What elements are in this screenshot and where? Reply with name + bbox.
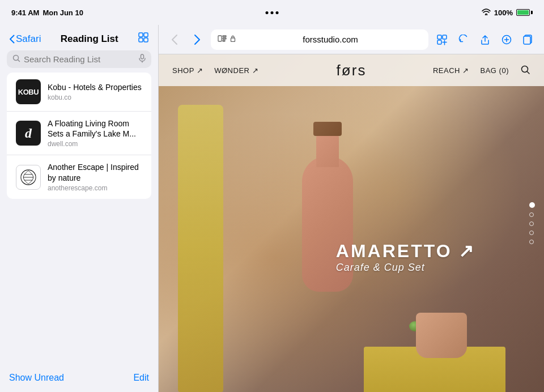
battery-percent: 100% [494, 8, 513, 17]
share-button[interactable] [476, 31, 494, 49]
back-button[interactable] [165, 31, 184, 49]
svg-rect-5 [141, 54, 144, 59]
svg-rect-11 [231, 38, 235, 42]
status-bar-left: 9:41 AM Mon Jun 10 [11, 8, 83, 17]
lock-icon [230, 35, 236, 44]
status-dot-3 [276, 11, 279, 14]
svg-rect-12 [437, 35, 441, 39]
website-nav: SHOP ↗ WØNDER ↗ førs REACH ↗ BAG (0) [159, 54, 544, 86]
bottle-decoration [178, 105, 223, 392]
wifi-icon [482, 8, 491, 17]
battery-icon [516, 9, 533, 16]
pagination-dot-2[interactable] [529, 212, 534, 217]
dwell-icon: d [16, 121, 41, 146]
sidebar-footer: Show Unread Edit [0, 368, 158, 392]
search-bar[interactable] [7, 50, 151, 68]
nav-shop[interactable]: SHOP ↗ [172, 66, 203, 75]
refresh-button[interactable] [454, 31, 473, 49]
svg-rect-3 [144, 38, 148, 42]
reading-item-dwell[interactable]: d A Floating Living Room Sets a Family's… [7, 112, 151, 155]
website-logo: førs [337, 62, 367, 79]
svg-rect-9 [223, 38, 226, 39]
nav-bag[interactable]: BAG (0) [481, 66, 509, 75]
pagination-dot-5[interactable] [529, 240, 534, 244]
sidebar-header: Safari Reading List [0, 25, 158, 50]
dwell-title: A Floating Living Room Sets a Family's L… [48, 118, 142, 139]
safari-back-button[interactable]: Safari [9, 33, 41, 45]
browser-area: forsstudio.com [159, 25, 544, 392]
edit-button[interactable]: Edit [133, 373, 149, 383]
status-dot-2 [271, 11, 274, 14]
date: Mon Jun 10 [42, 8, 83, 17]
website-nav-right: REACH ↗ BAG (0) [433, 65, 530, 76]
svg-rect-14 [437, 40, 441, 44]
ipad-frame: 9:41 AM Mon Jun 10 100% [0, 0, 544, 392]
status-bar-center [266, 11, 279, 14]
kobu-text: Kobu - Hotels & Properties kobu.co [48, 82, 142, 101]
svg-rect-10 [223, 40, 225, 41]
svg-rect-1 [144, 33, 148, 37]
kobu-title: Kobu - Hotels & Properties [48, 82, 142, 92]
nav-wonder[interactable]: WØNDER ↗ [214, 66, 258, 75]
time: 9:41 AM [11, 8, 39, 17]
hero-image [159, 54, 544, 392]
sidebar: Safari Reading List [0, 25, 159, 392]
search-icon [12, 54, 20, 64]
svg-point-18 [522, 66, 528, 72]
hero-text: AMARETTO ↗ Carafe & Cup Set [336, 240, 476, 274]
grid-view-icon[interactable] [138, 32, 149, 46]
kobu-url: kobu.co [48, 93, 142, 101]
hero-title[interactable]: AMARETTO ↗ [336, 240, 476, 262]
status-dot-1 [266, 11, 269, 14]
forward-button[interactable] [188, 31, 206, 49]
add-tab-button[interactable] [498, 31, 516, 49]
browser-toolbar: forsstudio.com [159, 25, 544, 54]
main-content: Safari Reading List [0, 25, 544, 392]
reading-item-escape[interactable]: Another Escape | Inspired by nature anot… [7, 155, 151, 198]
cup-decoration [416, 313, 467, 358]
reading-list: KOBU Kobu - Hotels & Properties kobu.co … [7, 73, 151, 199]
back-label: Safari [16, 33, 41, 45]
pagination-dots [529, 202, 535, 244]
dwell-text: A Floating Living Room Sets a Family's L… [48, 118, 142, 148]
pagination-dot-1[interactable] [529, 202, 535, 208]
website-content: SHOP ↗ WØNDER ↗ førs REACH ↗ BAG (0) [159, 54, 544, 392]
status-bar-right: 100% [482, 8, 533, 17]
hero-subtitle: Carafe & Cup Set [336, 262, 476, 274]
sidebar-title: Reading List [41, 33, 138, 45]
kobu-icon: KOBU [16, 79, 41, 104]
nav-reach[interactable]: REACH ↗ [433, 66, 469, 75]
address-bar[interactable]: forsstudio.com [211, 29, 428, 50]
svg-rect-17 [524, 36, 530, 44]
dwell-url: dwell.com [48, 140, 142, 148]
escape-url: anotherescape.com [48, 184, 142, 192]
tabs-button[interactable] [519, 31, 537, 49]
toolbar-actions [433, 31, 537, 49]
svg-rect-7 [218, 36, 222, 41]
escape-text: Another Escape | Inspired by nature anot… [48, 162, 142, 191]
url-display: forsstudio.com [239, 35, 422, 44]
svg-rect-8 [223, 36, 226, 37]
svg-rect-13 [443, 35, 447, 39]
website-nav-left: SHOP ↗ WØNDER ↗ [172, 66, 258, 75]
svg-rect-0 [139, 33, 143, 37]
search-input[interactable] [24, 54, 135, 64]
status-bar: 9:41 AM Mon Jun 10 100% [0, 0, 544, 25]
reading-item-kobu[interactable]: KOBU Kobu - Hotels & Properties kobu.co [7, 73, 151, 112]
pagination-dot-3[interactable] [529, 221, 534, 226]
escape-title: Another Escape | Inspired by nature [48, 162, 142, 182]
reader-mode-icon[interactable] [218, 35, 227, 44]
microphone-icon[interactable] [139, 54, 146, 65]
escape-icon [16, 165, 41, 190]
airdrop-icon[interactable] [433, 31, 451, 49]
reading-list-section: KOBU Kobu - Hotels & Properties kobu.co … [0, 73, 158, 368]
svg-rect-2 [139, 38, 143, 42]
nav-search[interactable] [520, 65, 530, 76]
pagination-dot-4[interactable] [529, 231, 534, 235]
show-unread-button[interactable]: Show Unread [9, 373, 64, 383]
